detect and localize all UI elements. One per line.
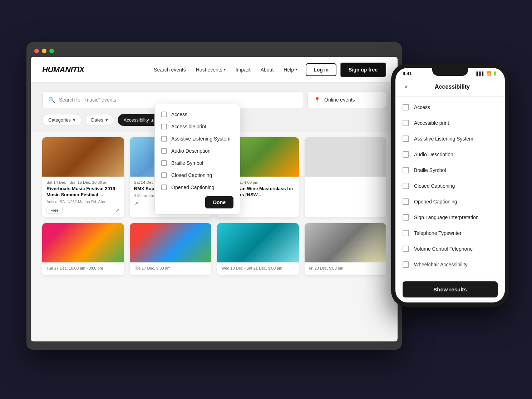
- mobile-label-accessible-print: Accessible print: [414, 120, 449, 126]
- mobile-item-braille[interactable]: Braille Symbol: [395, 162, 505, 178]
- nav-about[interactable]: About: [261, 67, 274, 73]
- checkbox-assistive-listening[interactable]: [161, 136, 167, 142]
- dropdown-label-opened-captioning: Opened Captioning: [171, 184, 215, 190]
- nav-search-events[interactable]: Search events: [154, 67, 186, 73]
- event-card-1[interactable]: Sat 14 Dec - Sun 15 Dec, 10:00 am Riverb…: [42, 137, 124, 217]
- dropdown-label-braille: Braille Symbol: [171, 160, 203, 166]
- mobile-item-opened-captioning[interactable]: Opened Captioning: [395, 194, 505, 210]
- event-price-1: Free: [46, 207, 63, 214]
- event-info-1: Sat 14 Dec - Sun 15 Dec, 10:00 am Riverb…: [42, 177, 124, 217]
- mobile-item-closed-captioning[interactable]: Closed Captioning: [395, 178, 505, 194]
- categories-chevron: ▾: [73, 117, 75, 123]
- mobile-item-audio-description[interactable]: Audio Description: [395, 147, 505, 162]
- mobile-checkbox-closed-captioning[interactable]: [403, 183, 409, 189]
- checkbox-accessible-print[interactable]: [161, 124, 167, 129]
- event-date-5: Tue 17 Dec, 10:00 am - 3:00 pm: [46, 266, 120, 270]
- dropdown-item-accessible-print[interactable]: Accessible print: [155, 120, 240, 133]
- event-location-1: Autism SA, 1/262 Marion Rd, Abc...: [46, 200, 120, 204]
- mobile-checkbox-audio-description[interactable]: [403, 151, 409, 158]
- mobile-item-assistive-listening[interactable]: Assistive Listening System: [395, 131, 505, 147]
- desktop-titlebar: [31, 46, 398, 57]
- mobile-checkbox-assistive-listening[interactable]: [403, 136, 409, 142]
- scene: HUMANITIX Search events Host events ▾ Im…: [16, 21, 516, 378]
- share-button-1[interactable]: ↗: [115, 207, 120, 213]
- event-card-6[interactable]: Tue 17 Dec, 9:30 am: [130, 223, 212, 275]
- mobile-checkbox-braille[interactable]: [403, 167, 409, 173]
- mobile-label-wheelchair: Wheelchair Accessibility: [414, 262, 467, 267]
- signal-icon: ▌▌▌: [477, 72, 485, 76]
- mobile-checkbox-sign-language[interactable]: [403, 214, 409, 221]
- dropdown-item-assistive-listening[interactable]: Assistive Listening System: [155, 133, 240, 145]
- dot-green[interactable]: [49, 49, 54, 53]
- dropdown-label-closed-captioning: Closed Captioning: [171, 172, 212, 178]
- event-info-5: Tue 17 Dec, 10:00 am - 3:00 pm: [42, 262, 124, 275]
- login-button[interactable]: Log in: [306, 63, 336, 76]
- checkbox-closed-captioning[interactable]: [161, 172, 167, 178]
- accessibility-filter[interactable]: Accessibility ▴: [118, 114, 160, 126]
- dot-red[interactable]: [34, 49, 39, 53]
- share-button-2[interactable]: ↗: [134, 201, 138, 206]
- mobile-label-telephone-typewriter: Telephone Typewriter: [414, 230, 462, 236]
- dropdown-item-closed-captioning[interactable]: Closed Captioning: [155, 169, 240, 181]
- mobile-close-button[interactable]: ×: [401, 82, 411, 92]
- mobile-checkbox-volume-control[interactable]: [403, 246, 409, 252]
- nav-impact[interactable]: Impact: [236, 67, 251, 73]
- nav-help[interactable]: Help ▾: [284, 67, 297, 73]
- event-card-5[interactable]: Tue 17 Dec, 10:00 am - 3:00 pm: [42, 223, 124, 275]
- event-image-6: [130, 223, 212, 262]
- event-image-8: [305, 223, 386, 262]
- mobile-footer: Show results: [395, 276, 505, 302]
- accessibility-chevron: ▴: [151, 117, 154, 123]
- mobile-item-accessible-print[interactable]: Accessible print: [395, 115, 505, 131]
- checkbox-access[interactable]: [161, 112, 167, 117]
- dropdown-item-audio-description[interactable]: Audio Description: [155, 145, 240, 157]
- location-pin-icon: 📍: [314, 97, 321, 103]
- mobile-checkbox-opened-captioning[interactable]: [403, 198, 409, 205]
- mobile-item-volume-control[interactable]: Volume Control Telephone: [395, 241, 505, 257]
- help-chevron: ▾: [295, 68, 297, 72]
- dropdown-item-access[interactable]: Access: [155, 108, 240, 120]
- event-image-7: [217, 223, 299, 262]
- event-info-7: Wed 18 Dec - Sat 21 Dec, 9:00 am: [217, 262, 299, 275]
- location-wrap[interactable]: 📍 Online events: [307, 91, 386, 108]
- event-card-4[interactable]: [305, 137, 386, 217]
- mobile-item-telephone-typewriter[interactable]: Telephone Typewriter: [395, 225, 505, 241]
- mobile-label-assistive-listening: Assistive Listening System: [414, 136, 473, 142]
- dropdown-item-braille[interactable]: Braille Symbol: [155, 157, 240, 169]
- mobile-label-access: Access: [414, 104, 430, 110]
- dates-filter[interactable]: Dates ▾: [85, 114, 114, 126]
- host-events-chevron: ▾: [224, 68, 226, 72]
- mobile-time: 9:41: [403, 71, 412, 76]
- desktop-screen: HUMANITIX Search events Host events ▾ Im…: [31, 57, 398, 341]
- mobile-label-audio-description: Audio Description: [414, 152, 453, 157]
- mobile-accessibility-list: Access Accessible print Assistive Listen…: [395, 97, 505, 276]
- event-card-7[interactable]: Wed 18 Dec - Sat 21 Dec, 9:00 am: [217, 223, 299, 275]
- mobile-checkbox-access[interactable]: [403, 104, 409, 110]
- dot-yellow[interactable]: [42, 49, 46, 53]
- signup-button[interactable]: Sign up free: [340, 63, 386, 77]
- mobile-item-wheelchair[interactable]: Wheelchair Accessibility: [395, 257, 505, 272]
- nav-links: Search events Host events ▾ Impact About…: [154, 67, 297, 73]
- show-results-button[interactable]: Show results: [403, 281, 498, 297]
- mobile-notch: [432, 68, 468, 76]
- mobile-label-closed-captioning: Closed Captioning: [414, 183, 455, 189]
- checkbox-opened-captioning[interactable]: [161, 184, 167, 190]
- categories-filter[interactable]: Categories ▾: [42, 114, 82, 126]
- mobile-item-sign-language[interactable]: Sign Language Interpretation: [395, 210, 505, 225]
- mobile-checkbox-accessible-print[interactable]: [403, 120, 409, 126]
- checkbox-audio-description[interactable]: [161, 148, 167, 154]
- dropdown-item-opened-captioning[interactable]: Opened Captioning: [155, 181, 240, 193]
- mobile-checkbox-wheelchair[interactable]: [403, 261, 409, 268]
- navbar: HUMANITIX Search events Host events ▾ Im…: [31, 57, 398, 83]
- mobile-item-access[interactable]: Access: [395, 99, 505, 115]
- location-text: Online events: [324, 97, 355, 103]
- event-card-8[interactable]: Fri 20 Dec, 5:00 pm: [305, 223, 386, 275]
- dropdown-done-button[interactable]: Done: [205, 196, 233, 208]
- checkbox-braille[interactable]: [161, 160, 167, 166]
- nav-host-events[interactable]: Host events ▾: [196, 67, 226, 73]
- search-input[interactable]: [59, 97, 297, 103]
- event-date-8: Fri 20 Dec, 5:00 pm: [309, 266, 382, 270]
- mobile-checkbox-telephone-typewriter[interactable]: [403, 230, 409, 236]
- accessibility-dropdown: Access Accessible print Assistive Listen…: [154, 104, 240, 215]
- mobile-screen: 9:41 ▌▌▌ 📶 🔋 × Accessibility Access A: [395, 68, 505, 302]
